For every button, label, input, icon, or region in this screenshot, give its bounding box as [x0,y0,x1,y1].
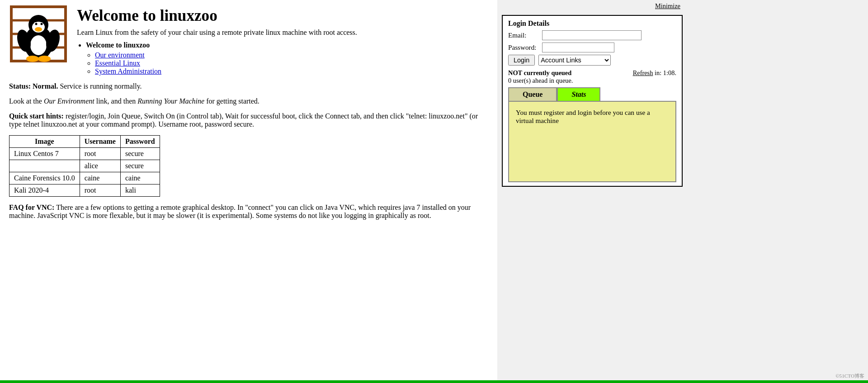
quickstart-label: Quick start hints: [9,112,64,120]
svg-point-10 [35,23,38,25]
nav-system-admin[interactable]: System Administration [95,67,161,75]
account-links-select[interactable]: Account Links Register My Account Logout [538,55,611,66]
credentials-table: Image Username Password Linux Centos 7 r… [9,135,160,197]
svg-point-16 [38,56,51,62]
email-label: Email: [508,31,542,39]
cell-username: root [80,184,120,197]
queue-tab-content: You must register and login before you c… [508,101,676,182]
watermark: ©51CTO博客 [835,373,864,379]
tab-queue[interactable]: Queue [508,87,557,101]
table-row: Linux Centos 7 root secure [9,148,160,160]
queue-ahead-text: 0 user(s) ahead in queue. [508,77,633,85]
table-row: alice secure [9,160,160,172]
email-input[interactable] [542,30,642,40]
login-box: Login Details Email: Password: Login Acc… [502,15,683,187]
refresh-link[interactable]: Refresh [633,69,653,76]
faq-label: FAQ for VNC: [9,203,54,211]
password-label: Password: [508,43,542,52]
status-text: Service is running normally. [58,82,142,90]
status-section: Status: Normal. Service is running norma… [9,82,488,90]
cell-image: Kali 2020-4 [9,184,80,197]
password-input[interactable] [542,43,614,52]
table-row: Kali 2020-4 root kali [9,184,160,197]
environment-section: Look at the Our Environment link, and th… [9,97,488,105]
sidebar-panel: Minimize Login Details Email: Password: … [497,0,687,383]
nav-main-item: Welcome to linuxzoo [86,41,357,49]
svg-point-15 [26,56,39,62]
cell-image: Caine Forensics 10.0 [9,172,80,184]
quickstart-text: register/login, Join Queue, Switch On (i… [9,112,478,128]
header-subtitle: Learn Linux from the safety of your chai… [77,28,357,37]
bottom-bar [0,380,868,383]
cell-password: secure [120,148,160,160]
col-password: Password [120,136,160,148]
cell-image: Linux Centos 7 [9,148,80,160]
login-details-title: Login Details [508,19,676,28]
nav-essential-linux[interactable]: Essential Linux [95,59,140,67]
minimize-button[interactable]: Minimize [655,2,680,10]
col-image: Image [9,136,80,148]
tux-logo [9,5,68,63]
cell-password: secure [120,160,160,172]
cell-username: root [80,148,120,160]
faq-section: FAQ for VNC: There are a few options to … [9,203,488,220]
queue-message: You must register and login before you c… [516,109,650,124]
faq-text: There are a few options to getting a rem… [9,203,471,219]
login-button[interactable]: Login [508,55,535,66]
cell-password: kali [120,184,160,197]
tab-stats[interactable]: Stats [557,87,600,101]
cell-password: caine [120,172,160,184]
quickstart-section: Quick start hints: register/login, Join … [9,112,488,128]
refresh-time-value: in: 1:08. [655,69,676,76]
status-label: Status: Normal. [9,82,58,90]
cell-username: caine [80,172,120,184]
svg-point-11 [41,23,43,25]
svg-point-5 [30,35,47,55]
tabs-row: Queue Stats [508,87,676,101]
not-queued-label: NOT currently queued [508,69,571,76]
table-row: Caine Forensics 10.0 caine caine [9,172,160,184]
cell-username: alice [80,160,120,172]
col-username: Username [80,136,120,148]
page-title: Welcome to linuxzoo [77,7,357,25]
svg-point-12 [35,27,42,32]
nav-our-environment[interactable]: Our environment [95,51,145,59]
cell-image [9,160,80,172]
